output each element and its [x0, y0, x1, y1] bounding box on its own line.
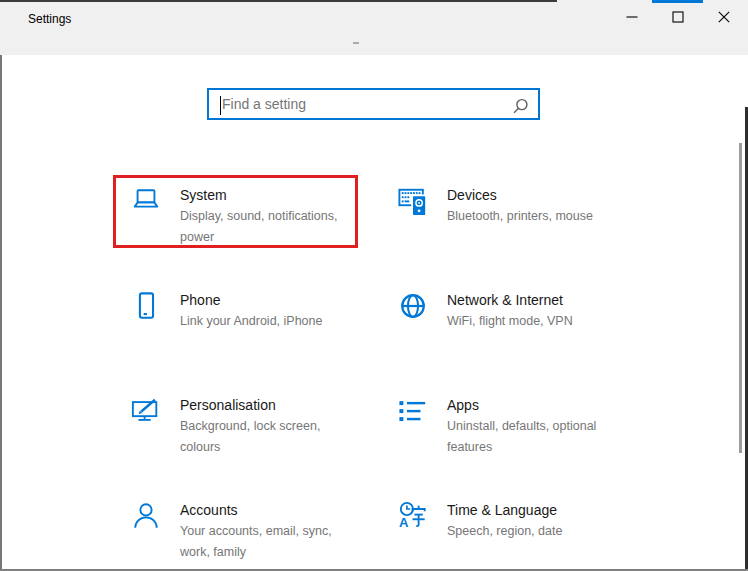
- laptop-icon: [131, 185, 161, 217]
- close-icon: [718, 11, 730, 23]
- window-title: Settings: [28, 12, 71, 26]
- tile-title: Phone: [180, 290, 358, 310]
- tile-personalisation[interactable]: Personalisation Background, lock screen,…: [113, 385, 358, 483]
- person-icon: [131, 500, 161, 532]
- tile-time-language[interactable]: A Time & Language Speech, region, date: [380, 490, 625, 571]
- maximize-icon: [672, 11, 684, 23]
- clock-language-icon: A: [398, 500, 428, 532]
- close-button[interactable]: [701, 0, 747, 34]
- tile-network-internet[interactable]: Network & Internet WiFi, flight mode, VP…: [380, 280, 625, 378]
- tile-title: Accounts: [180, 500, 358, 520]
- top-edge-dark-strip: [0, 0, 557, 2]
- title-bar: Settings: [0, 0, 748, 55]
- minimize-icon: [626, 11, 638, 23]
- tile-subtitle: Link your Android, iPhone: [180, 311, 358, 332]
- svg-text:A: A: [399, 515, 409, 530]
- window-border-left: [0, 55, 2, 571]
- tile-devices[interactable]: Devices Bluetooth, printers, mouse: [380, 175, 625, 273]
- tile-subtitle: Background, lock screen, colours: [180, 416, 358, 458]
- tile-subtitle: Display, sound, notifications, power: [180, 206, 358, 248]
- globe-icon: [398, 290, 428, 322]
- tile-subtitle: Your accounts, email, sync, work, family: [180, 521, 358, 563]
- tile-title: System: [180, 185, 358, 205]
- tile-title: Personalisation: [180, 395, 358, 415]
- tile-apps[interactable]: Apps Uninstall, defaults, optional featu…: [380, 385, 625, 483]
- monitor-brush-icon: [131, 395, 161, 427]
- artifact-dash: [353, 42, 359, 44]
- scrollbar-thumb[interactable]: [739, 143, 742, 453]
- keyboard-speaker-icon: [398, 185, 428, 217]
- search-input[interactable]: [209, 90, 538, 118]
- maximize-button[interactable]: [655, 0, 701, 34]
- caption-buttons: [609, 0, 747, 34]
- phone-icon: [131, 290, 161, 322]
- tile-title: Time & Language: [447, 500, 625, 520]
- search-icon: [512, 98, 529, 115]
- tile-phone[interactable]: Phone Link your Android, iPhone: [113, 280, 358, 378]
- settings-window: Settings: [0, 0, 748, 571]
- tile-title: Apps: [447, 395, 625, 415]
- tile-title: Devices: [447, 185, 625, 205]
- minimize-button[interactable]: [609, 0, 655, 34]
- tile-subtitle: WiFi, flight mode, VPN: [447, 311, 625, 332]
- tile-subtitle: Speech, region, date: [447, 521, 625, 542]
- tile-accounts[interactable]: Accounts Your accounts, email, sync, wor…: [113, 490, 358, 571]
- text-caret: [220, 96, 221, 115]
- tile-subtitle: Uninstall, defaults, optional features: [447, 416, 625, 458]
- tile-title: Network & Internet: [447, 290, 625, 310]
- search-box: [207, 88, 540, 120]
- top-edge-blue-strip: [652, 0, 703, 3]
- tile-system[interactable]: System Display, sound, notifications, po…: [113, 175, 358, 273]
- list-bullets-icon: [398, 395, 428, 427]
- tile-subtitle: Bluetooth, printers, mouse: [447, 206, 625, 227]
